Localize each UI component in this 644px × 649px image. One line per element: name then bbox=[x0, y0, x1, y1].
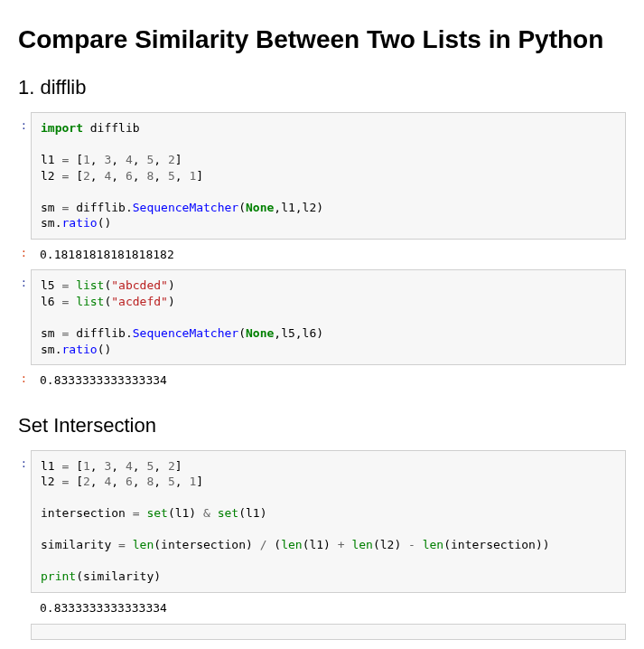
class-name: SequenceMatcher bbox=[133, 326, 238, 340]
var: sm bbox=[41, 216, 55, 230]
builtin-len: len bbox=[133, 538, 154, 551]
op-eq: = bbox=[61, 459, 69, 473]
num: 5 bbox=[146, 459, 154, 473]
num: 4 bbox=[104, 475, 111, 488]
output-text: 0.8333333333333334 bbox=[31, 593, 626, 624]
op-minus: - bbox=[408, 538, 415, 551]
num: 1 bbox=[83, 153, 90, 166]
prompt-in: : bbox=[18, 450, 31, 593]
var: l5 bbox=[41, 278, 55, 292]
builtin-list: list bbox=[76, 278, 104, 292]
page-title: Compare Similarity Between Two Lists in … bbox=[18, 25, 626, 54]
code-input[interactable]: l1 = [1, 3, 4, 5, 2] l2 = [2, 4, 6, 8, 5… bbox=[31, 450, 626, 593]
code-input-empty[interactable] bbox=[31, 624, 626, 640]
output-cell: 0.8333333333333334 bbox=[18, 593, 626, 624]
builtin-set: set bbox=[218, 506, 238, 520]
var: l1 bbox=[41, 153, 55, 166]
num: 3 bbox=[104, 459, 111, 473]
output-text: 0.18181818181818182 bbox=[31, 240, 626, 270]
module-name: difflib bbox=[90, 121, 140, 135]
num: 5 bbox=[168, 169, 175, 183]
builtin-set: set bbox=[146, 506, 167, 520]
op-plus: + bbox=[338, 538, 345, 551]
keyword-import: import bbox=[41, 121, 83, 135]
section-heading-set: Set Intersection bbox=[18, 414, 626, 437]
prompt-in: : bbox=[18, 112, 31, 240]
prompt-out: : bbox=[18, 240, 31, 270]
num: 1 bbox=[83, 459, 90, 473]
code-cell: : l1 = [1, 3, 4, 5, 2] l2 = [2, 4, 6, 8,… bbox=[18, 450, 626, 593]
var: intersection bbox=[41, 506, 126, 520]
var: l1 bbox=[41, 459, 55, 473]
builtin-list: list bbox=[76, 295, 104, 308]
builtin-len: len bbox=[281, 538, 302, 551]
builtin-len: len bbox=[351, 538, 372, 551]
op-eq: = bbox=[118, 538, 126, 551]
method-name: ratio bbox=[61, 216, 97, 230]
string-literal: "abcded" bbox=[111, 278, 168, 292]
string-literal: "acdefd" bbox=[111, 295, 168, 308]
none-literal: None bbox=[246, 201, 274, 214]
var: sm bbox=[41, 326, 55, 340]
op-eq: = bbox=[61, 169, 69, 183]
code-input[interactable]: import difflib l1 = [1, 3, 4, 5, 2] l2 =… bbox=[31, 112, 626, 240]
num: 2 bbox=[168, 459, 175, 473]
prompt-empty bbox=[18, 624, 31, 640]
code-input[interactable]: l5 = list("abcded") l6 = list("acdefd") … bbox=[31, 269, 626, 365]
num: 8 bbox=[146, 475, 154, 488]
prompt-out: : bbox=[18, 365, 31, 396]
num: 1 bbox=[189, 475, 196, 488]
op-slash: / bbox=[260, 538, 267, 551]
var: sm bbox=[41, 201, 55, 214]
op-eq: = bbox=[61, 278, 69, 292]
num: 2 bbox=[83, 475, 90, 488]
num: 5 bbox=[168, 475, 175, 488]
prompt-empty bbox=[18, 593, 31, 624]
op-eq: = bbox=[61, 326, 69, 340]
op-eq: = bbox=[133, 506, 140, 520]
none-literal: None bbox=[246, 326, 274, 340]
num: 8 bbox=[146, 169, 154, 183]
var: l2 bbox=[41, 475, 55, 488]
num: 2 bbox=[168, 153, 175, 166]
num: 6 bbox=[126, 169, 133, 183]
builtin-print: print bbox=[41, 569, 76, 583]
num: 4 bbox=[126, 459, 133, 473]
output-text: 0.8333333333333334 bbox=[31, 365, 626, 396]
num: 2 bbox=[83, 169, 90, 183]
method-name: ratio bbox=[61, 343, 97, 356]
code-cell: : import difflib l1 = [1, 3, 4, 5, 2] l2… bbox=[18, 112, 626, 240]
class-name: SequenceMatcher bbox=[133, 201, 238, 214]
num: 6 bbox=[126, 475, 133, 488]
num: 5 bbox=[146, 153, 154, 166]
prompt-in: : bbox=[18, 269, 31, 365]
op-eq: = bbox=[61, 475, 69, 488]
section-heading-difflib: 1. difflib bbox=[18, 76, 626, 99]
var: l2 bbox=[41, 169, 55, 183]
output-cell: : 0.8333333333333334 bbox=[18, 365, 626, 396]
code-cell bbox=[18, 624, 626, 640]
num: 1 bbox=[189, 169, 196, 183]
output-cell: : 0.18181818181818182 bbox=[18, 240, 626, 270]
op-eq: = bbox=[61, 201, 69, 214]
op-amp: & bbox=[203, 506, 210, 520]
var: l6 bbox=[41, 295, 55, 308]
num: 3 bbox=[104, 153, 111, 166]
op-eq: = bbox=[61, 295, 69, 308]
op-eq: = bbox=[61, 153, 69, 166]
num: 4 bbox=[104, 169, 111, 183]
var: sm bbox=[41, 343, 55, 356]
module-ref: difflib bbox=[76, 201, 126, 214]
var: similarity bbox=[41, 538, 111, 551]
module-ref: difflib bbox=[76, 326, 126, 340]
code-cell: : l5 = list("abcded") l6 = list("acdefd"… bbox=[18, 269, 626, 365]
num: 4 bbox=[126, 153, 133, 166]
builtin-len: len bbox=[423, 538, 443, 551]
